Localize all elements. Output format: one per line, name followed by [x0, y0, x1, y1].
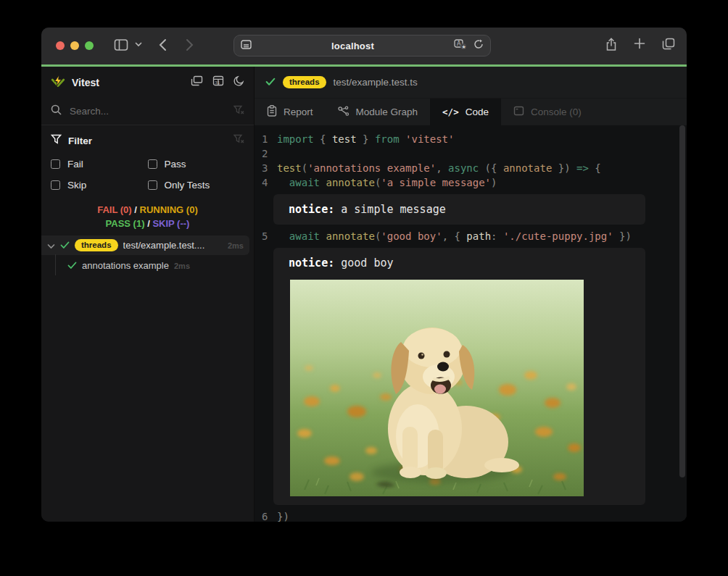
- annotation-box: notice: a simple message: [273, 194, 645, 225]
- toolbar-right-group: [605, 38, 675, 54]
- line-number: 3: [262, 161, 272, 175]
- pass-count: PASS (1): [106, 218, 145, 229]
- tab-console[interactable]: Console (0): [501, 99, 594, 125]
- checkbox-box[interactable]: [148, 159, 157, 169]
- panels-icon[interactable]: [191, 75, 203, 89]
- tab-label: Report: [284, 107, 313, 117]
- code-view: 1import { test } from 'vitest'23test('an…: [255, 125, 687, 522]
- sidebar-header: Vitest 31: [41, 67, 254, 98]
- funnel-icon: [51, 134, 62, 147]
- report-clipboard-icon: [267, 105, 277, 119]
- vitest-logo-icon: [51, 75, 65, 91]
- search-row: [41, 98, 254, 125]
- forward-button-icon[interactable]: [186, 38, 194, 51]
- translate-icon[interactable]: A ★: [454, 39, 467, 53]
- file-header: threads test/example.test.ts: [255, 67, 687, 99]
- test-tree: threads test/example.test.... 2ms annota…: [41, 235, 254, 275]
- annotation-box: notice: good boy: [273, 248, 645, 505]
- checkbox-label: Only Tests: [165, 180, 210, 191]
- reload-icon[interactable]: [473, 39, 484, 52]
- browser-window: localhost A ★: [41, 28, 687, 522]
- zoom-window-button[interactable]: [85, 41, 94, 50]
- page-settings-icon[interactable]: [241, 39, 252, 52]
- code-line: 2: [255, 146, 687, 161]
- svg-text:31: 31: [215, 80, 220, 85]
- annotation-text: good boy: [334, 256, 393, 270]
- sidebar-toggle-icon[interactable]: [114, 38, 128, 51]
- url-text: localhost: [252, 41, 454, 51]
- search-icon: [51, 104, 62, 118]
- close-window-button[interactable]: [56, 41, 65, 50]
- code-line: 1import { test } from 'vitest': [255, 132, 687, 146]
- line-number: 2: [262, 146, 272, 161]
- clear-search-filter-icon[interactable]: [233, 105, 244, 118]
- annotation-text: a simple message: [334, 203, 446, 216]
- sidebar: Vitest 31: [41, 67, 255, 522]
- tab-report[interactable]: Report: [255, 99, 326, 125]
- checkbox-only-tests[interactable]: Only Tests: [148, 178, 245, 192]
- chevron-down-icon[interactable]: [135, 42, 142, 47]
- pass-check-icon: [265, 76, 276, 89]
- tree-file-row[interactable]: threads test/example.test.... 2ms: [41, 235, 249, 255]
- checkbox-box[interactable]: [51, 180, 60, 190]
- summary-line-2: PASS (1) / SKIP (--): [41, 217, 254, 230]
- expander-chevron-down-icon[interactable]: [47, 239, 55, 252]
- tab-module-graph[interactable]: Module Graph: [326, 99, 431, 125]
- checkbox-label: Pass: [165, 159, 186, 170]
- file-name: test/example.test....: [123, 240, 205, 251]
- address-bar[interactable]: localhost A ★: [233, 35, 491, 57]
- line-number: 4: [262, 175, 272, 190]
- checkbox-fail[interactable]: Fail: [51, 156, 148, 171]
- clear-filter-icon[interactable]: [233, 134, 244, 147]
- running-count: RUNNING (0): [140, 204, 198, 215]
- search-input[interactable]: [68, 105, 227, 117]
- dark-mode-moon-icon[interactable]: [233, 75, 244, 89]
- main-panel: threads test/example.test.ts Report: [255, 67, 687, 522]
- tab-overview-icon[interactable]: [662, 38, 675, 54]
- checkbox-pass[interactable]: Pass: [148, 156, 245, 171]
- test-name: annotations example: [82, 260, 169, 271]
- module-graph-icon: [338, 106, 349, 119]
- checkbox-box[interactable]: [148, 180, 157, 190]
- line-number: 5: [262, 229, 272, 243]
- test-duration: 2ms: [174, 262, 190, 270]
- filter-header: Filter: [51, 134, 244, 147]
- pass-check-icon: [67, 259, 77, 272]
- code-line: 4 await annotate('a simple message'): [255, 175, 687, 190]
- pool-badge: threads: [75, 239, 118, 251]
- code-line: 6}): [255, 509, 687, 522]
- tab-label: Code: [466, 107, 489, 117]
- pool-badge: threads: [283, 76, 326, 88]
- pass-check-icon: [60, 239, 70, 252]
- checkbox-label: Fail: [67, 159, 83, 170]
- checkbox-box[interactable]: [51, 159, 60, 169]
- checkbox-skip[interactable]: Skip: [51, 178, 148, 192]
- code-line: 3test('annotations example', async ({ an…: [255, 161, 687, 175]
- dashboard-icon[interactable]: 31: [212, 75, 224, 89]
- annotation-label: notice:: [289, 256, 334, 270]
- open-file-path: test/example.test.ts: [334, 77, 418, 88]
- minimize-window-button[interactable]: [70, 41, 79, 50]
- filter-checkboxes: Fail Pass Skip Only Tests: [51, 156, 244, 192]
- summary-line-1: FAIL (0) / RUNNING (0): [41, 203, 254, 217]
- test-summary: FAIL (0) / RUNNING (0) PASS (1) / SKIP (…: [41, 203, 254, 230]
- share-icon[interactable]: [605, 38, 617, 54]
- fail-count: FAIL (0): [97, 204, 131, 215]
- back-button-icon[interactable]: [159, 38, 167, 51]
- app-body: Vitest 31: [41, 67, 687, 522]
- console-icon: [513, 106, 524, 118]
- code-line: 5 await annotate('good boy', { path: './…: [255, 229, 687, 243]
- desktop-background: localhost A ★: [0, 0, 728, 576]
- new-tab-icon[interactable]: [634, 38, 645, 54]
- tab-bar: Report Module Graph </> Code: [255, 99, 687, 125]
- app-title: Vitest: [72, 77, 99, 88]
- file-duration: 2ms: [228, 241, 244, 250]
- tab-label: Console (0): [531, 107, 582, 117]
- tab-code[interactable]: </> Code: [430, 99, 501, 125]
- cute-puppy-photo: [290, 280, 584, 496]
- vertical-scrollbar[interactable]: [679, 125, 685, 477]
- tree-test-row[interactable]: annotations example 2ms: [41, 256, 254, 275]
- line-number: 1: [262, 132, 272, 146]
- filter-title: Filter: [68, 135, 92, 146]
- sidebar-header-actions: 31: [191, 75, 244, 89]
